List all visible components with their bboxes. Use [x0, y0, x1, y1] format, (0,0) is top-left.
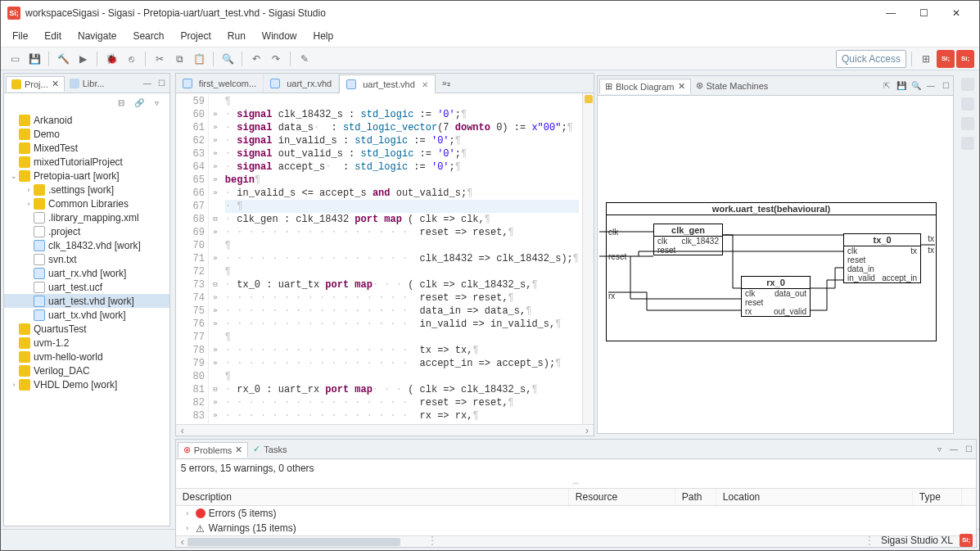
column-header[interactable]: Description: [176, 489, 569, 505]
tree-item[interactable]: uart_tx.vhd [work]: [4, 308, 169, 322]
tree-item[interactable]: MixedTest: [4, 141, 169, 155]
copy-button[interactable]: ⧉: [170, 50, 188, 68]
perspective-button[interactable]: ⊞: [917, 50, 935, 68]
tree-item[interactable]: Verilog_DAC: [4, 364, 169, 377]
chevron-right-icon[interactable]: ›: [9, 381, 19, 389]
paste-button[interactable]: 📋: [190, 50, 208, 68]
column-header[interactable]: Location: [716, 489, 913, 505]
back-button[interactable]: ↶: [247, 50, 265, 68]
block-diagram-tab[interactable]: ⊞ Block Diagram ✕: [599, 79, 691, 94]
chevron-down-icon[interactable]: ⌄: [9, 172, 19, 180]
column-header[interactable]: Resource: [569, 489, 675, 505]
minimize-view-button[interactable]: —: [140, 76, 155, 91]
sigasi-perspective-icon-2[interactable]: Si;: [956, 50, 974, 68]
tab-overflow-button[interactable]: »₂: [436, 74, 457, 93]
menu-window[interactable]: Window: [254, 27, 305, 45]
overview-ruler[interactable]: [582, 93, 594, 424]
block-rx_0[interactable]: rx_0clkdata_outresetrxout_valid: [741, 276, 811, 317]
menu-file[interactable]: File: [4, 27, 36, 45]
menu-help[interactable]: Help: [305, 27, 342, 45]
tree-item[interactable]: uart_test.ucf: [4, 280, 169, 294]
zoom-button[interactable]: 🔍: [909, 79, 924, 93]
close-icon[interactable]: ✕: [52, 79, 59, 89]
tree-item[interactable]: clk_18432.vhd [work]: [4, 238, 169, 252]
link-editor-button[interactable]: 🔗: [132, 95, 147, 110]
state-machines-tab[interactable]: ⊛ State Machines: [691, 79, 774, 93]
tree-item[interactable]: uvm-1.2: [4, 336, 169, 350]
tree-item[interactable]: mixedTutorialProject: [4, 155, 169, 169]
chevron-right-icon[interactable]: ›: [24, 186, 34, 194]
problems-group-row[interactable]: › Errors (5 items): [176, 506, 976, 521]
export-button[interactable]: ⇱: [879, 79, 894, 93]
menu-navigate[interactable]: Navigate: [70, 27, 124, 45]
editor-tab[interactable]: first_welcom...: [176, 74, 264, 93]
tree-item[interactable]: svn.txt: [4, 252, 169, 266]
new-button[interactable]: ▭: [6, 50, 24, 68]
forward-button[interactable]: ↷: [267, 50, 285, 68]
save-button[interactable]: 💾: [25, 50, 43, 68]
close-button[interactable]: ✕: [940, 2, 973, 24]
maximize-button[interactable]: ☐: [907, 2, 940, 24]
diagram-canvas[interactable]: work.uart_test(behavioural) clk reset rx…: [598, 96, 953, 433]
view-menu-button[interactable]: ▿: [932, 442, 946, 457]
menu-run[interactable]: Run: [219, 27, 254, 45]
outline-icon[interactable]: [961, 78, 974, 91]
close-icon[interactable]: ✕: [678, 81, 685, 92]
console-icon[interactable]: [961, 117, 974, 130]
block-clk_gen[interactable]: clk_genclkclk_18432reset: [653, 224, 723, 255]
hierarchy-icon[interactable]: [961, 97, 974, 111]
block-tx_0[interactable]: tx_0clktxresetdata_inin_validaccept_in: [843, 233, 921, 283]
other-view-icon[interactable]: [961, 137, 974, 150]
minimize-view-button[interactable]: —: [924, 79, 938, 93]
tree-item[interactable]: Demo: [4, 127, 169, 141]
tree-item[interactable]: uart_rx.vhd [work]: [4, 266, 169, 280]
editor-body[interactable]: 5960616263646566676869707172737475767778…: [176, 93, 594, 424]
libraries-tab[interactable]: Libr...: [65, 77, 110, 90]
column-header[interactable]: Path: [675, 489, 716, 505]
editor-tab[interactable]: uart_test.vhd✕: [339, 75, 436, 93]
run-button[interactable]: ▶: [74, 50, 92, 68]
edit-button[interactable]: ✎: [296, 50, 314, 68]
maximize-view-button[interactable]: ☐: [938, 79, 953, 93]
editor-tab[interactable]: uart_rx.vhd: [264, 74, 339, 93]
tree-item[interactable]: .library_mapping.xml: [4, 210, 169, 224]
chevron-right-icon[interactable]: ›: [24, 200, 34, 208]
tree-item[interactable]: ›Common Libraries: [4, 196, 169, 210]
quick-access-input[interactable]: Quick Access: [836, 50, 906, 68]
cut-button[interactable]: ✂: [151, 50, 169, 68]
tree-item[interactable]: uvm-hello-world: [4, 350, 169, 364]
minimize-view-button[interactable]: —: [946, 442, 961, 457]
build-button[interactable]: 🔨: [54, 50, 72, 68]
close-icon[interactable]: ✕: [235, 445, 242, 455]
problems-tab[interactable]: ⊗ Problems ✕: [178, 442, 248, 458]
collapse-all-button[interactable]: ⊟: [114, 95, 129, 110]
menu-search[interactable]: Search: [124, 27, 172, 45]
problems-group-row[interactable]: › ⚠ Warnings (15 items): [176, 521, 976, 535]
menu-edit[interactable]: Edit: [36, 27, 70, 45]
chevron-right-icon[interactable]: ›: [183, 509, 192, 517]
tree-item[interactable]: ›VHDL Demo [work]: [4, 377, 169, 391]
close-icon[interactable]: ✕: [422, 80, 428, 89]
problems-table[interactable]: ︿ DescriptionResourcePathLocationType › …: [176, 477, 976, 535]
tasks-tab[interactable]: ✓ Tasks: [248, 442, 291, 456]
editor-hscroll[interactable]: ‹›: [176, 424, 594, 436]
maximize-view-button[interactable]: ☐: [961, 442, 976, 457]
chevron-right-icon[interactable]: ›: [183, 524, 192, 532]
code-area[interactable]: ¶· signal clk_18432_s : std_logic := '0'…: [222, 93, 582, 424]
external-button[interactable]: ⎋: [122, 50, 140, 68]
view-menu-button[interactable]: ▿: [150, 95, 165, 110]
tree-item[interactable]: .project: [4, 224, 169, 238]
project-tree[interactable]: ArkanoidDemoMixedTestmixedTutorialProjec…: [4, 111, 169, 526]
project-explorer-tab[interactable]: Proj... ✕: [6, 76, 65, 92]
tree-item[interactable]: Arkanoid: [4, 113, 169, 127]
tree-item[interactable]: QuartusTest: [4, 322, 169, 336]
sigasi-perspective-icon[interactable]: Si;: [937, 50, 955, 68]
search-button[interactable]: 🔍: [219, 50, 237, 68]
column-header[interactable]: Type: [913, 489, 962, 505]
tree-item[interactable]: uart_test.vhd [work]: [4, 294, 169, 308]
debug-button[interactable]: 🐞: [102, 50, 120, 68]
problems-header-row[interactable]: DescriptionResourcePathLocationType: [176, 488, 976, 506]
minimize-button[interactable]: —: [874, 2, 907, 24]
tree-item[interactable]: ›.settings [work]: [4, 183, 169, 196]
tree-item[interactable]: ⌄Pretopia-uart [work]: [4, 169, 169, 183]
